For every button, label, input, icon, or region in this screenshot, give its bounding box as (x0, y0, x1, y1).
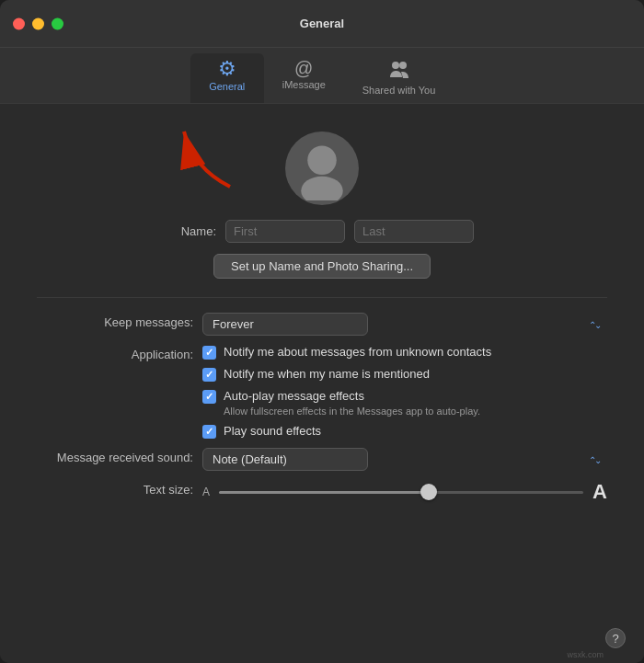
keep-messages-dropdown[interactable]: Forever 1 Year 30 Days (202, 313, 368, 336)
checkbox-row-unknown-contacts: Notify me about messages from unknown co… (202, 345, 607, 360)
avatar-section (37, 131, 607, 205)
gear-icon: ⚙ (218, 59, 236, 79)
tab-shared-with-you[interactable]: Shared with You (344, 53, 454, 103)
setup-name-photo-button[interactable]: Set up Name and Photo Sharing... (213, 254, 431, 279)
checkbox-row-sound-effects: Play sound effects (202, 424, 607, 439)
title-bar: General (0, 0, 644, 48)
help-button[interactable]: ? (605, 628, 626, 648)
toolbar: ⚙ General @ iMessage Shared with You (0, 48, 644, 104)
checkbox-name-mentioned[interactable] (202, 368, 216, 382)
window-title: General (300, 17, 344, 30)
maximize-button[interactable] (52, 17, 63, 29)
at-icon: @ (294, 59, 313, 77)
checkbox-row-autoplay: Auto-play message effects (202, 389, 607, 404)
text-size-large-label: A (592, 480, 607, 504)
message-sound-dropdown-wrapper: Note (Default) None Bamboo (202, 448, 607, 471)
message-sound-control: Note (Default) None Bamboo (202, 448, 607, 471)
keep-messages-dropdown-wrapper: Forever 1 Year 30 Days (202, 313, 607, 336)
application-control: Notify me about messages from unknown co… (202, 345, 607, 439)
checkbox-autoplay-label: Auto-play message effects (224, 389, 364, 403)
checkbox-name-mentioned-label: Notify me when my name is mentioned (224, 367, 430, 381)
keep-messages-label: Keep messages: (37, 313, 193, 329)
setup-btn-row: Set up Name and Photo Sharing... (37, 254, 607, 279)
checkbox-unknown-contacts-label: Notify me about messages from unknown co… (224, 345, 491, 359)
tab-general-label: General (209, 81, 245, 92)
checkbox-sound-effects[interactable] (202, 425, 216, 439)
text-size-control: A A (202, 480, 607, 504)
first-name-input[interactable] (225, 220, 345, 243)
application-row: Application: Notify me about messages fr… (37, 345, 607, 439)
slider-row: A A (202, 480, 607, 504)
message-sound-dropdown[interactable]: Note (Default) None Bamboo (202, 448, 368, 471)
close-button[interactable] (13, 17, 25, 29)
message-sound-label: Message received sound: (37, 448, 193, 464)
name-row: Name: (37, 220, 607, 243)
autoplay-subtext: Allow fullscreen effects in the Messages… (224, 406, 607, 417)
traffic-lights (13, 17, 63, 29)
autoplay-group: Auto-play message effects Allow fullscre… (202, 389, 607, 417)
text-size-small-label: A (202, 486, 210, 498)
checkbox-autoplay[interactable] (202, 390, 216, 404)
settings-section: Keep messages: Forever 1 Year 30 Days Ap… (37, 313, 607, 504)
checkbox-unknown-contacts[interactable] (202, 346, 216, 360)
name-label: Name: (170, 224, 216, 238)
keep-messages-control: Forever 1 Year 30 Days (202, 313, 607, 336)
last-name-input[interactable] (354, 220, 474, 243)
checkbox-sound-effects-label: Play sound effects (224, 424, 321, 438)
text-size-label: Text size: (37, 480, 193, 497)
window: General ⚙ General @ iMessage Shared with… (0, 0, 644, 663)
text-size-slider[interactable] (219, 491, 583, 494)
tab-imessage[interactable]: @ iMessage (264, 53, 344, 103)
tab-imessage-label: iMessage (282, 79, 326, 90)
checkbox-row-name-mentioned: Notify me when my name is mentioned (202, 367, 607, 382)
svg-point-0 (392, 62, 399, 69)
tab-shared-label: Shared with You (362, 85, 436, 96)
content-area: Name: Set up Name and Photo Sharing... K… (0, 104, 644, 663)
svg-point-1 (399, 62, 407, 69)
svg-point-3 (307, 146, 337, 176)
tab-general[interactable]: ⚙ General (190, 53, 264, 103)
avatar[interactable] (285, 131, 359, 205)
keep-messages-row: Keep messages: Forever 1 Year 30 Days (37, 313, 607, 336)
text-size-row: Text size: A A (37, 480, 607, 504)
minimize-button[interactable] (32, 17, 44, 29)
application-label: Application: (37, 345, 193, 361)
watermark: wsxk.com (567, 650, 604, 659)
svg-point-4 (301, 177, 343, 200)
message-sound-row: Message received sound: Note (Default) N… (37, 448, 607, 471)
separator-1 (37, 297, 607, 298)
shared-icon (388, 59, 410, 83)
